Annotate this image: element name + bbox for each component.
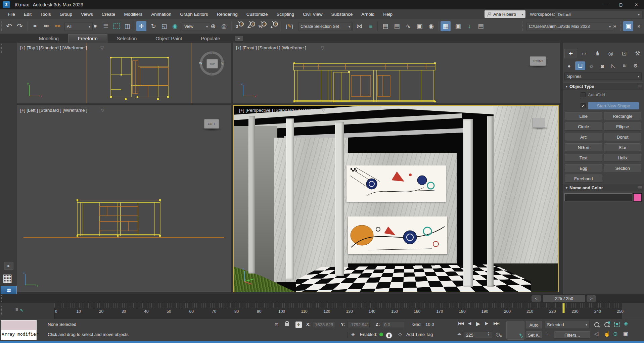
- zoom-extents-all-icon[interactable]: ◈: [624, 320, 628, 327]
- frame-step-arrows-icon[interactable]: ◀▶: [457, 333, 461, 336]
- viewport-top[interactable]: [+] [Top ] [Standard ] [Wireframe ] ▽: [17, 43, 231, 103]
- maximize-viewport-toggle-icon[interactable]: ▣: [623, 331, 628, 337]
- select-and-move-icon[interactable]: ✛: [136, 21, 146, 31]
- track-bar[interactable]: ☰ ∿ 010203040506070809010011012013014015…: [0, 303, 644, 319]
- mini-curve-editor-icon[interactable]: ∿: [19, 307, 24, 313]
- reference-coordinate-system-select[interactable]: View ▾: [182, 22, 210, 31]
- workspace-panel-toggle-icon[interactable]: ▣: [623, 21, 633, 31]
- geometry-category-icon[interactable]: ●: [564, 61, 574, 70]
- viewport-front[interactable]: [+] [Front ] [Standard ] [Wireframe ] ▽: [233, 43, 560, 103]
- use-pivot-point-center-icon[interactable]: ⊕: [208, 19, 218, 34]
- select-and-scale-icon[interactable]: ◱: [159, 19, 169, 34]
- viewport-perspective-label[interactable]: [+] [Perspective ] [Standard ] [Default …: [239, 108, 334, 113]
- viewcube-front-face[interactable]: FRONT: [530, 56, 546, 66]
- rendered-frame-window-icon[interactable]: ▣: [453, 19, 463, 34]
- object-type-rollout-header[interactable]: ▾ Object Type ⠿⠿: [563, 83, 643, 90]
- listener-macro-row[interactable]: [1, 321, 36, 330]
- compass-north[interactable]: N: [211, 51, 213, 54]
- shape-category-select[interactable]: Splines ▾: [564, 72, 642, 80]
- viewport-top-label[interactable]: [+] [Top ] [Standard ] [Wireframe ]: [20, 45, 87, 50]
- menu-item[interactable]: Scripting: [272, 10, 299, 19]
- toolbar-overflow-icon[interactable]: »: [610, 19, 619, 34]
- viewcube-top-face[interactable]: TOP: [206, 59, 218, 68]
- window-crossing-icon[interactable]: ◫: [122, 19, 132, 34]
- zoom-all-icon[interactable]: [604, 322, 609, 327]
- schematic-view-icon[interactable]: ▣: [414, 19, 425, 34]
- play-animation-icon[interactable]: ▶: [476, 321, 480, 327]
- viewport-left-label[interactable]: [+] [Left ] [Standard ] [Wireframe ]: [20, 108, 87, 113]
- user-account-menu[interactable]: Ana Ribeiro ▾: [485, 10, 525, 18]
- shape-button[interactable]: Rectangle: [604, 112, 642, 120]
- tab-selection[interactable]: Selection: [107, 35, 146, 43]
- field-of-view-icon[interactable]: ◁: [594, 331, 598, 337]
- rectangular-selection-region-icon[interactable]: [111, 19, 122, 34]
- mirror-icon[interactable]: ⋈: [354, 19, 365, 34]
- maxscript-mini-listener[interactable]: Array modifier: [1, 320, 37, 340]
- start-new-shape-button[interactable]: Start New Shape: [588, 102, 639, 109]
- shape-button[interactable]: Egg: [565, 164, 602, 172]
- shape-button[interactable]: Helix: [604, 154, 642, 162]
- minimize-button[interactable]: —: [598, 0, 613, 9]
- redo-icon[interactable]: ↷: [15, 19, 25, 34]
- tab-modeling[interactable]: Modeling: [30, 35, 68, 43]
- debugger-count-badge[interactable]: 0: [385, 332, 393, 339]
- select-and-rotate-icon[interactable]: ↻: [148, 19, 158, 34]
- viewport-front-label[interactable]: [+] [Front ] [Standard ] [Wireframe ]: [236, 45, 306, 50]
- close-button[interactable]: ✕: [629, 0, 644, 9]
- snaps-toggle-3d-icon[interactable]: 3Ω: [234, 19, 244, 34]
- angle-snap-toggle-icon[interactable]: ∠Ω: [245, 19, 256, 34]
- ribbon-collapse-icon[interactable]: ▾: [235, 36, 243, 41]
- set-key-button[interactable]: Set K.: [526, 331, 542, 339]
- current-frame-marker[interactable]: [562, 303, 565, 313]
- viewcube-compass[interactable]: N E S W TOP: [200, 51, 224, 76]
- tab-object-paint[interactable]: Object Paint: [146, 35, 191, 43]
- helpers-category-icon[interactable]: ◺: [608, 61, 618, 70]
- menu-item[interactable]: Graph Editors: [176, 10, 212, 19]
- shape-button[interactable]: Circle: [565, 122, 602, 131]
- coordinate-display-icon[interactable]: ✛: [295, 322, 302, 328]
- viewport-layout-grid-icon[interactable]: ▦: [2, 272, 12, 284]
- shape-button[interactable]: Arc: [565, 133, 602, 141]
- viewcube[interactable]: [533, 118, 545, 128]
- viewport-filter-icon[interactable]: ▽: [322, 108, 325, 113]
- shape-button[interactable]: NGon: [565, 143, 602, 151]
- compass-south[interactable]: S: [210, 72, 213, 76]
- x-coordinate-field[interactable]: 1623.829: [313, 321, 335, 328]
- orbit-icon[interactable]: ⊙: [613, 331, 617, 337]
- select-and-manipulate-icon[interactable]: ◎: [219, 19, 229, 34]
- object-name-field[interactable]: [564, 193, 632, 201]
- spinner-snap-toggle-icon[interactable]: ▲Ω: [268, 19, 279, 34]
- frame-spinner[interactable]: ▲▼: [488, 332, 490, 336]
- spacewarps-category-icon[interactable]: ≋: [619, 61, 630, 70]
- toolbar-overflow-icon[interactable]: »: [635, 19, 643, 34]
- toolbar-drag-handle[interactable]: [1, 44, 2, 53]
- menu-item[interactable]: Modifiers: [120, 10, 147, 19]
- motion-panel-icon[interactable]: ◎: [605, 49, 617, 58]
- shape-button[interactable]: Text: [565, 154, 602, 162]
- menu-item[interactable]: Civil View: [298, 10, 327, 19]
- render-flyout-icon[interactable]: ▤: [475, 19, 486, 34]
- pan-icon[interactable]: ☝: [604, 331, 610, 337]
- select-and-place-icon[interactable]: ◉: [170, 19, 180, 34]
- modify-panel-icon[interactable]: ▱: [578, 49, 590, 58]
- menu-item[interactable]: Substance: [327, 10, 357, 19]
- shape-button[interactable]: Donut: [604, 133, 642, 141]
- select-link-icon[interactable]: ⚭: [30, 19, 40, 34]
- z-coordinate-field[interactable]: 0.0: [382, 321, 404, 328]
- previous-frame-button[interactable]: <: [532, 295, 541, 302]
- filters-button[interactable]: Filters...: [554, 331, 590, 339]
- viewport-filter-icon[interactable]: ▽: [100, 45, 104, 50]
- shape-button[interactable]: Star: [604, 143, 642, 151]
- next-frame-icon[interactable]: |▶: [485, 321, 488, 326]
- start-new-shape-checkbox[interactable]: ✔: [581, 103, 586, 108]
- menu-item[interactable]: Group: [55, 10, 77, 19]
- maximize-button[interactable]: ▢: [613, 0, 629, 9]
- toolbar-drag-handle[interactable]: [1, 306, 2, 315]
- hierarchy-panel-icon[interactable]: ⋔: [591, 49, 603, 58]
- systems-category-icon[interactable]: ⚙: [631, 61, 641, 70]
- name-color-rollout-header[interactable]: ▾ Name and Color ⠿⠿: [563, 184, 643, 191]
- curve-editor-icon[interactable]: ∿: [403, 19, 414, 34]
- menu-item[interactable]: File: [3, 10, 19, 19]
- key-filter-select[interactable]: Selected ▾: [545, 321, 590, 328]
- unlink-selection-icon[interactable]: ⚮: [41, 19, 52, 34]
